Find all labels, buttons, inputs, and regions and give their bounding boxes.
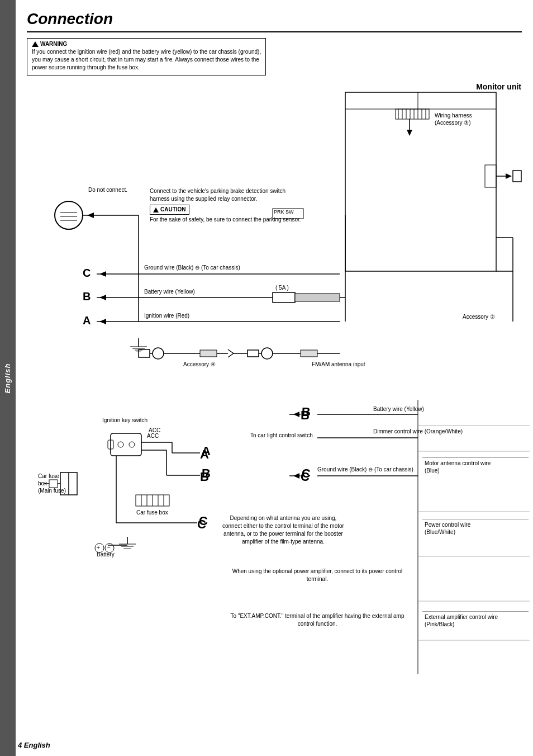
svg-marker-13 bbox=[407, 130, 412, 136]
caution-text: For the sake of safety, be sure to conne… bbox=[150, 216, 301, 224]
svg-marker-23 bbox=[87, 212, 94, 218]
ext-amp-text: To "EXT.AMP.CONT." terminal of the ampli… bbox=[222, 612, 412, 628]
b-label-bottom: B bbox=[202, 466, 211, 482]
power-amp-text: When using the optional power amplifier,… bbox=[222, 568, 412, 583]
warning-label: WARNING bbox=[40, 41, 67, 47]
svg-text:A: A bbox=[83, 314, 91, 327]
svg-rect-17 bbox=[513, 171, 521, 182]
wire-table: Motor antenna control wire(Blue) Power c… bbox=[421, 404, 530, 406]
svg-marker-38 bbox=[99, 319, 106, 324]
svg-rect-50 bbox=[200, 350, 217, 357]
car-fuse-box-label: Car fuse box bbox=[136, 509, 168, 516]
svg-rect-59 bbox=[301, 350, 317, 357]
battery-label: Battery bbox=[97, 551, 115, 558]
battery-wire-right-label: Battery wire (Yellow) bbox=[373, 405, 424, 413]
svg-point-56 bbox=[261, 348, 273, 359]
motor-antenna-wire-label: Motor antenna control wire(Blue) bbox=[422, 457, 529, 476]
power-control-wire-label: Power control wire(Blue/White) bbox=[422, 519, 529, 537]
svg-rect-3 bbox=[396, 109, 429, 119]
caution-box: CAUTION bbox=[150, 205, 189, 215]
warning-text: If you connect the ignition wire (red) a… bbox=[32, 48, 261, 72]
sidebar-label: English bbox=[4, 363, 12, 393]
diagram-top: Monitor unit bbox=[27, 81, 530, 394]
svg-point-18 bbox=[55, 201, 83, 229]
accessory4-label: Accessory ④ bbox=[183, 361, 216, 368]
svg-marker-104 bbox=[293, 412, 299, 417]
warning-title: WARNING bbox=[32, 41, 261, 47]
svg-point-67 bbox=[118, 442, 123, 447]
svg-rect-32 bbox=[273, 292, 295, 303]
svg-line-52 bbox=[228, 349, 234, 353]
ext-amp-wire-label: External amplifier control wire(Pink/Bla… bbox=[422, 611, 529, 630]
diagram-bottom: ACC A B C bbox=[27, 400, 530, 679]
svg-rect-66 bbox=[111, 433, 141, 456]
wiring-harness-label: Wiring harness (Accessory ③) bbox=[435, 112, 472, 126]
svg-marker-108 bbox=[293, 473, 299, 479]
svg-marker-31 bbox=[99, 295, 106, 300]
svg-rect-55 bbox=[248, 350, 259, 357]
warning-box: WARNING If you connect the ignition wire… bbox=[27, 38, 266, 75]
warning-triangle-icon bbox=[32, 41, 39, 47]
acc-label: ACC bbox=[149, 427, 160, 434]
ground-wire-right-label: Ground wire (Black) ⊖ (To car chassis) bbox=[317, 466, 413, 473]
car-light-label: To car light control switch bbox=[250, 432, 313, 439]
caution-triangle-icon bbox=[153, 207, 159, 212]
fuse-5a-label: ( 5A ) bbox=[275, 284, 289, 291]
svg-rect-14 bbox=[485, 165, 496, 187]
ignition-key-switch-label: Ignition key switch bbox=[102, 417, 147, 424]
svg-line-53 bbox=[228, 353, 234, 357]
title-divider bbox=[27, 31, 522, 32]
b-right-label: B bbox=[302, 404, 311, 420]
c-label-bottom: C bbox=[199, 513, 208, 530]
battery-wire-label: Battery wire (Yellow) bbox=[144, 288, 195, 295]
svg-rect-46 bbox=[139, 349, 150, 357]
footer-label: 4 English bbox=[18, 741, 50, 749]
page-title: Connection bbox=[27, 10, 522, 28]
parking-brake-label: Connect to the vehicle's parking brake d… bbox=[150, 187, 301, 224]
do-not-connect-label: Do not connect. bbox=[88, 186, 127, 193]
svg-text:B: B bbox=[83, 290, 91, 303]
a-label-bottom: A bbox=[202, 443, 211, 460]
prk-sw-label: PRK SW bbox=[274, 209, 294, 216]
c-right-label: C bbox=[302, 466, 311, 482]
ground-wire-label: Ground wire (Black) ⊖ (To car chassis) bbox=[144, 264, 240, 271]
svg-point-47 bbox=[153, 348, 164, 359]
car-fuse-box-main-label: Car fuse box (Main fuse) bbox=[38, 472, 66, 494]
accessory2-label: Accessory ② bbox=[463, 313, 495, 320]
svg-rect-33 bbox=[295, 294, 340, 301]
antenna-text-label: Depending on what antenna you are using,… bbox=[222, 514, 344, 546]
sidebar: English bbox=[0, 0, 16, 756]
caution-label: CAUTION bbox=[160, 206, 186, 214]
svg-marker-16 bbox=[506, 173, 512, 179]
main-content: Connection WARNING If you connect the ig… bbox=[16, 0, 533, 691]
top-diagram-svg: C B A bbox=[27, 81, 530, 391]
ignition-wire-label: Ignition wire (Red) bbox=[144, 312, 189, 319]
svg-text:+: + bbox=[97, 545, 100, 551]
motor-antenna-wire bbox=[421, 404, 530, 406]
svg-point-68 bbox=[129, 442, 135, 447]
fmam-label: FM/AM antenna input bbox=[312, 361, 365, 368]
svg-text:−: − bbox=[107, 545, 111, 551]
dimmer-wire-label: Dimmer control wire (Orange/White) bbox=[373, 428, 463, 435]
svg-text:C: C bbox=[83, 267, 91, 279]
svg-marker-27 bbox=[99, 271, 106, 277]
